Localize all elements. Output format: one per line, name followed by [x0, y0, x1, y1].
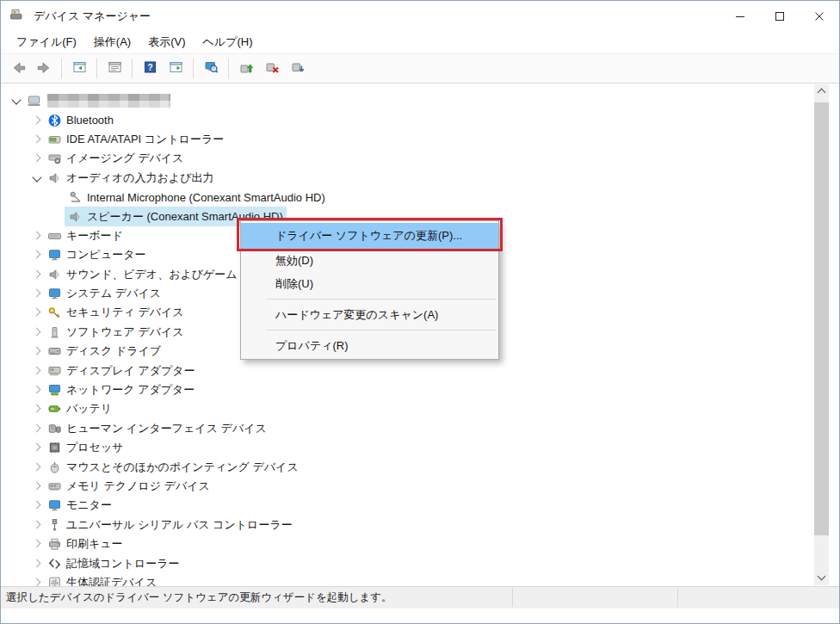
show-console-tree-button[interactable] [68, 58, 90, 80]
toolbar-separator [96, 59, 97, 78]
menu-action[interactable]: 操作(A) [85, 32, 139, 53]
properties-button[interactable] [103, 58, 126, 80]
chevron-right-icon[interactable] [30, 383, 44, 397]
tree-item-batteries[interactable]: バッテリ [1, 399, 839, 418]
update-driver-button[interactable] [235, 58, 257, 80]
tree-item-network-adapters[interactable]: ネットワーク アダプター [1, 380, 839, 399]
tree-item-audio-inputs-outputs[interactable]: オーディオの入力および出力 [1, 169, 839, 188]
microphone-icon [68, 190, 83, 204]
chevron-down-icon[interactable] [30, 171, 44, 185]
chevron-right-icon[interactable] [30, 441, 44, 454]
scrollbar-thumb[interactable] [814, 102, 829, 535]
tree-item-storage-controllers[interactable]: 記憶域コントローラー [1, 553, 839, 572]
tree-item-imaging-devices[interactable]: イメージング デバイス [1, 149, 839, 168]
status-bar-divider [677, 589, 678, 607]
tree-indent [1, 331, 30, 332]
tree-item-label: ネットワーク アダプター [66, 382, 195, 398]
chevron-right-icon[interactable] [30, 268, 44, 281]
chevron-right-icon[interactable] [30, 248, 44, 262]
forward-arrow-icon [37, 60, 52, 77]
chevron-right-icon[interactable] [30, 306, 44, 319]
tree-item-internal-microphone[interactable]: Internal Microphone (Conexant SmartAudio… [1, 188, 839, 207]
back-arrow-button[interactable] [7, 58, 29, 80]
tree-item-content: コンピューター [44, 245, 150, 264]
minimize-button[interactable] [720, 1, 760, 31]
tree-item-label: 印刷キュー [66, 536, 123, 552]
chevron-right-icon[interactable] [30, 422, 44, 436]
forward-arrow-button[interactable] [33, 58, 55, 80]
scroll-up-icon[interactable] [814, 84, 829, 99]
context-menu-item-uninstall[interactable]: 削除(U) [241, 272, 498, 295]
menu-file[interactable]: ファイル(F) [8, 32, 85, 53]
chevron-right-icon[interactable] [30, 151, 44, 165]
chevron-right-icon[interactable] [30, 537, 44, 551]
uninstall-device-button[interactable] [261, 58, 283, 80]
chevron-right-icon[interactable] [30, 325, 44, 339]
chevron-right-icon[interactable] [30, 460, 44, 474]
tree-item-usb-controllers[interactable]: ユニバーサル シリアル バス コントローラー [1, 516, 839, 534]
chevron-right-icon[interactable] [30, 498, 44, 512]
tree-item-content: モニター [44, 496, 115, 515]
tree-item-content: セキュリティ デバイス [44, 303, 188, 322]
help-button[interactable]: ? [139, 58, 161, 80]
tree-item-content: 記憶域コントローラー [44, 553, 183, 572]
scan-hardware-changes-button[interactable] [200, 58, 222, 80]
chevron-right-icon[interactable] [30, 133, 44, 146]
tree-item-label: ヒューマン インターフェイス デバイス [66, 421, 267, 436]
tree-item-computer-root[interactable] [1, 91, 839, 110]
system-device-icon [47, 287, 62, 300]
tree-indent [1, 158, 30, 159]
tree-item-label: システム デバイス [66, 286, 161, 301]
chevron-right-icon[interactable] [30, 576, 44, 586]
menu-help[interactable]: ヘルプ(H) [195, 32, 262, 53]
show-action-pane-button[interactable] [164, 58, 187, 80]
context-menu-item-scan-hardware-changes[interactable]: ハードウェア変更のスキャン(A) [241, 303, 498, 326]
window-title: デバイス マネージャー [34, 9, 151, 24]
menu-bar: ファイル(F)操作(A)表示(V)ヘルプ(H) [1, 31, 839, 54]
tree-item-memory-technology[interactable]: メモリ テクノロジ デバイス [1, 477, 839, 496]
chevron-right-icon[interactable] [30, 479, 44, 493]
chevron-right-icon[interactable] [30, 344, 44, 358]
tree-indent [1, 486, 30, 487]
chevron-right-icon[interactable] [30, 518, 44, 532]
tree-item-content: サウンド、ビデオ、およびゲーム コン [44, 265, 267, 284]
tree-item-content: キーボード [44, 226, 127, 245]
tree-item-processors[interactable]: プロセッサ [1, 438, 839, 457]
tree-item-human-interface-devices[interactable]: ヒューマン インターフェイス デバイス [1, 419, 839, 438]
tree-item-ide-ata-atapi[interactable]: IDE ATA/ATAPI コントローラー [1, 130, 839, 149]
vertical-scrollbar[interactable] [814, 84, 829, 585]
menu-view[interactable]: 表示(V) [139, 32, 194, 53]
print-queue-icon [47, 537, 62, 551]
monitor-icon [47, 498, 62, 512]
chevron-right-icon[interactable] [30, 364, 44, 378]
scan-hardware-changes-icon [204, 60, 219, 77]
disable-device-button[interactable] [287, 58, 309, 80]
scroll-down-icon[interactable] [814, 571, 829, 585]
tree-item-monitors[interactable]: モニター [1, 496, 839, 515]
chevron-right-icon[interactable] [30, 229, 44, 243]
chevron-right-icon[interactable] [30, 114, 44, 127]
tree-item-print-queues[interactable]: 印刷キュー [1, 534, 839, 553]
close-button[interactable] [800, 1, 839, 31]
tree-item-display-adapters[interactable]: ディスプレイ アダプター [1, 361, 839, 380]
chevron-right-icon[interactable] [30, 557, 44, 571]
biometric-icon [47, 576, 62, 586]
chevron-right-icon[interactable] [30, 402, 44, 416]
update-driver-icon [239, 60, 254, 77]
tree-item-bluetooth[interactable]: Bluetooth [1, 110, 839, 129]
show-console-tree-icon [72, 60, 87, 77]
context-menu-item-properties[interactable]: プロパティ(R) [241, 334, 498, 357]
tree-indent [1, 139, 30, 139]
tree-item-biometric-devices[interactable]: 生体認証デバイス [1, 573, 839, 586]
tree-item-content: バッテリ [44, 399, 115, 418]
tree-item-mice-pointing[interactable]: マウスとそのほかのポインティング デバイス [1, 457, 839, 476]
context-menu-item-disable[interactable]: 無効(D) [241, 249, 498, 272]
chevron-right-icon[interactable] [30, 287, 44, 300]
tree-item-content [23, 91, 174, 110]
maximize-button[interactable] [760, 1, 800, 31]
tree-indent [1, 505, 30, 506]
chevron-down-icon[interactable] [9, 94, 23, 108]
back-arrow-icon [11, 60, 26, 77]
tree-item-content: ソフトウェア デバイス [44, 323, 188, 342]
tree-indent [1, 197, 51, 198]
